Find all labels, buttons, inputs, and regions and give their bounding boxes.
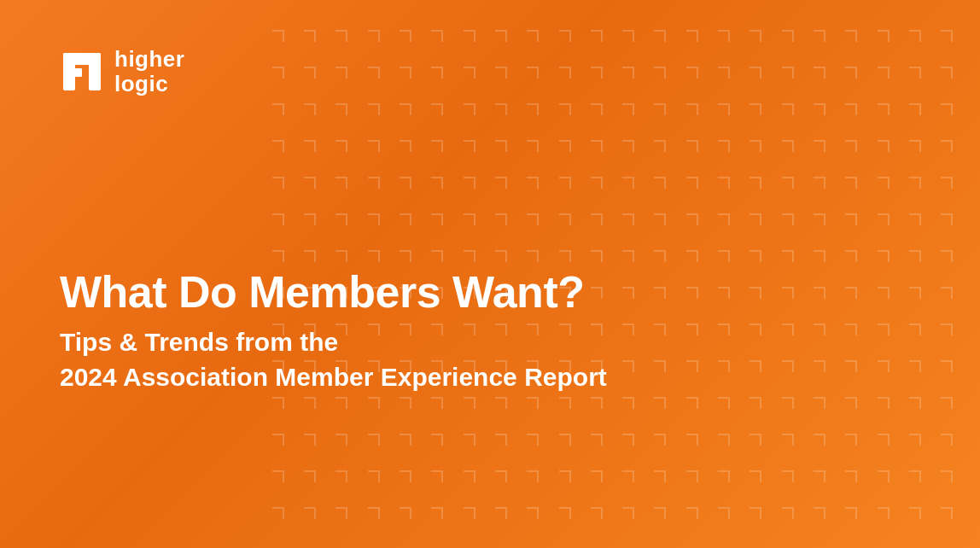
- bracket-cell: [517, 421, 549, 458]
- bracket-cell: [772, 494, 803, 531]
- sub-title: Tips & Trends from the 2024 Association …: [60, 325, 607, 394]
- bracket-cell: [803, 347, 835, 384]
- bracket-cell: [803, 274, 835, 311]
- bracket-cell: [580, 127, 612, 164]
- bracket-cell: [326, 201, 358, 237]
- bracket-cell: [931, 237, 963, 274]
- bracket-cell: [803, 384, 835, 421]
- bracket-cell: [485, 164, 516, 201]
- bracket-cell: [740, 237, 772, 274]
- bracket-cell: [453, 201, 485, 237]
- bracket-cell: [549, 54, 580, 90]
- bracket-cell: [358, 494, 389, 531]
- bracket-cell: [645, 274, 676, 311]
- bracket-cell: [517, 54, 549, 90]
- bracket-cell: [517, 127, 549, 164]
- bracket-cell: [899, 274, 930, 311]
- bracket-cell: [549, 164, 580, 201]
- bracket-cell: [931, 311, 963, 347]
- bracket-cell: [708, 347, 739, 384]
- bracket-cell: [645, 347, 676, 384]
- bracket-cell: [836, 347, 867, 384]
- bracket-cell: [931, 201, 963, 237]
- bracket-cell: [389, 90, 421, 127]
- bracket-cell: [422, 17, 453, 54]
- bracket-cell: [676, 201, 708, 237]
- bracket-cell: [422, 494, 453, 531]
- bracket-cell: [676, 90, 708, 127]
- bracket-cell: [708, 164, 739, 201]
- bracket-cell: [422, 458, 453, 494]
- bracket-cell: [836, 384, 867, 421]
- bracket-cell: [803, 421, 835, 458]
- bracket-cell: [580, 17, 612, 54]
- bracket-cell: [708, 384, 739, 421]
- bracket-cell: [645, 237, 676, 274]
- bracket-cell: [262, 127, 294, 164]
- bracket-cell: [422, 54, 453, 90]
- bracket-cell: [389, 458, 421, 494]
- bracket-cell: [931, 458, 963, 494]
- bracket-cell: [899, 201, 930, 237]
- bracket-cell: [803, 201, 835, 237]
- bracket-cell: [294, 421, 325, 458]
- bracket-cell: [262, 201, 294, 237]
- bracket-cell: [549, 90, 580, 127]
- bracket-cell: [517, 90, 549, 127]
- bracket-cell: [931, 384, 963, 421]
- bracket-cell: [803, 90, 835, 127]
- bracket-cell: [708, 90, 739, 127]
- bracket-cell: [772, 421, 803, 458]
- bracket-cell: [931, 494, 963, 531]
- bracket-cell: [899, 127, 930, 164]
- bracket-cell: [294, 164, 325, 201]
- bracket-cell: [453, 17, 485, 54]
- bracket-cell: [549, 421, 580, 458]
- bracket-cell: [867, 237, 899, 274]
- bracket-cell: [612, 421, 644, 458]
- bracket-cell: [389, 494, 421, 531]
- bracket-cell: [612, 458, 644, 494]
- bracket-cell: [645, 201, 676, 237]
- bracket-cell: [326, 494, 358, 531]
- bracket-cell: [772, 54, 803, 90]
- bracket-cell: [326, 54, 358, 90]
- bracket-cell: [867, 127, 899, 164]
- bracket-cell: [294, 90, 325, 127]
- bracket-cell: [358, 421, 389, 458]
- bracket-cell: [931, 347, 963, 384]
- bracket-cell: [740, 421, 772, 458]
- bracket-cell: [803, 127, 835, 164]
- bracket-cell: [549, 494, 580, 531]
- bracket-cell: [740, 17, 772, 54]
- bracket-cell: [899, 494, 930, 531]
- bracket-cell: [358, 17, 389, 54]
- bracket-cell: [931, 274, 963, 311]
- bracket-cell: [803, 164, 835, 201]
- bracket-cell: [580, 421, 612, 458]
- bracket-cell: [645, 164, 676, 201]
- bracket-cell: [612, 90, 644, 127]
- bracket-cell: [485, 54, 516, 90]
- bracket-cell: [580, 201, 612, 237]
- bracket-cell: [453, 421, 485, 458]
- bracket-cell: [708, 17, 739, 54]
- bracket-cell: [836, 311, 867, 347]
- bracket-cell: [931, 54, 963, 90]
- bracket-cell: [612, 237, 644, 274]
- bracket-cell: [867, 17, 899, 54]
- bracket-cell: [708, 458, 739, 494]
- bracket-cell: [612, 164, 644, 201]
- bracket-cell: [899, 421, 930, 458]
- bracket-cell: [326, 421, 358, 458]
- bracket-cell: [389, 54, 421, 90]
- bracket-cell: [517, 494, 549, 531]
- bracket-cell: [294, 17, 325, 54]
- bracket-cell: [262, 421, 294, 458]
- bracket-cell: [294, 458, 325, 494]
- higher-logic-logo-icon: [60, 50, 104, 94]
- bracket-cell: [389, 201, 421, 237]
- bracket-cell: [422, 201, 453, 237]
- bracket-cell: [836, 164, 867, 201]
- bracket-cell: [262, 458, 294, 494]
